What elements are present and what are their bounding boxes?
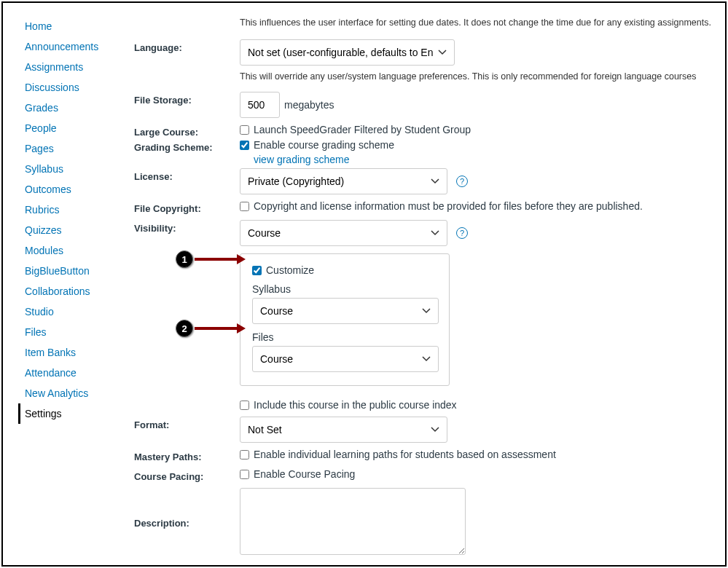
large-course-label: Large Course: [134, 124, 240, 138]
file-copyright-checkbox-label: Copyright and license information must b… [254, 200, 643, 212]
public-index-checkbox-label: Include this course in the public course… [254, 399, 457, 411]
grading-scheme-checkbox-label: Enable course grading scheme [254, 139, 394, 151]
nav-new-analytics[interactable]: New Analytics [25, 383, 130, 403]
visibility-customize-box: Customize Syllabus Course Files Course [240, 253, 450, 386]
syllabus-visibility-select[interactable]: Course [252, 298, 439, 324]
files-visibility-select[interactable]: Course [252, 346, 439, 372]
format-label: Format: [134, 417, 240, 430]
description-label: Description: [134, 515, 240, 529]
course-pacing-checkbox-label: Enable Course Pacing [254, 468, 355, 480]
course-pacing-label: Course Pacing: [134, 468, 240, 482]
course-pacing-checkbox[interactable] [240, 470, 249, 479]
visibility-label: Visibility: [134, 220, 240, 234]
mastery-paths-checkbox-label: Enable individual learning paths for stu… [254, 449, 556, 460]
customize-checkbox[interactable] [252, 266, 262, 275]
nav-item-banks[interactable]: Item Banks [25, 342, 130, 363]
file-copyright-checkbox[interactable] [240, 202, 249, 211]
description-textarea[interactable] [240, 488, 466, 555]
file-storage-input[interactable] [240, 92, 280, 118]
visibility-select[interactable]: Course [240, 220, 447, 246]
nav-quizzes[interactable]: Quizzes [25, 220, 130, 240]
settings-form: This influences the user interface for s… [134, 3, 717, 561]
due-date-hint: This influences the user interface for s… [240, 17, 711, 28]
nav-home[interactable]: Home [25, 16, 130, 36]
language-hint: This will override any user/system langu… [240, 71, 696, 82]
grading-scheme-checkbox[interactable] [240, 141, 249, 150]
help-icon[interactable]: ? [456, 175, 468, 187]
mastery-paths-label: Mastery Paths: [134, 449, 240, 462]
nav-modules[interactable]: Modules [25, 240, 130, 261]
nav-people[interactable]: People [25, 118, 130, 138]
format-select[interactable]: Not Set [240, 417, 447, 443]
nav-studio[interactable]: Studio [25, 301, 130, 322]
nav-pages[interactable]: Pages [25, 138, 130, 159]
large-course-checkbox-label: Launch SpeedGrader Filtered by Student G… [254, 124, 471, 135]
files-sub-label: Files [252, 331, 437, 343]
nav-settings[interactable]: Settings [18, 403, 130, 424]
syllabus-sub-label: Syllabus [252, 283, 437, 295]
nav-rubrics[interactable]: Rubrics [25, 200, 130, 220]
help-icon[interactable]: ? [456, 227, 468, 239]
mastery-paths-checkbox[interactable] [240, 450, 249, 459]
nav-outcomes[interactable]: Outcomes [25, 179, 130, 200]
language-select[interactable]: Not set (user-configurable, defaults to … [240, 39, 455, 66]
language-label: Language: [134, 39, 240, 53]
customize-checkbox-label: Customize [266, 264, 314, 276]
nav-announcements[interactable]: Announcements [25, 36, 130, 57]
grading-scheme-label: Grading Scheme: [134, 139, 240, 153]
public-index-checkbox[interactable] [240, 401, 249, 410]
license-label: License: [134, 168, 240, 182]
license-select[interactable]: Private (Copyrighted) [240, 168, 447, 194]
nav-syllabus[interactable]: Syllabus [25, 159, 130, 179]
nav-discussions[interactable]: Discussions [25, 77, 130, 98]
nav-collaborations[interactable]: Collaborations [25, 281, 130, 301]
file-storage-unit: megabytes [284, 99, 334, 111]
nav-attendance[interactable]: Attendance [25, 363, 130, 383]
file-storage-label: File Storage: [134, 92, 240, 106]
file-copyright-label: File Copyright: [134, 200, 240, 214]
nav-files[interactable]: Files [25, 322, 130, 342]
course-nav: Home Announcements Assignments Discussio… [25, 16, 130, 424]
nav-assignments[interactable]: Assignments [25, 57, 130, 77]
view-grading-scheme-link[interactable]: view grading scheme [254, 154, 350, 165]
nav-bigbluebutton[interactable]: BigBlueButton [25, 261, 130, 281]
nav-grades[interactable]: Grades [25, 98, 130, 118]
large-course-checkbox[interactable] [240, 125, 249, 135]
